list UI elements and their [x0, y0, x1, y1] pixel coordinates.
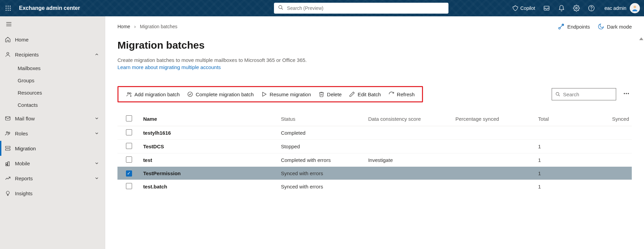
- row-synced: [595, 167, 632, 180]
- endpoints-link[interactable]: Endpoints: [558, 23, 590, 30]
- col-total[interactable]: Total: [535, 112, 595, 126]
- svg-point-1: [8, 6, 9, 7]
- more-options-button[interactable]: [621, 88, 632, 100]
- nav-groups[interactable]: Groups: [0, 74, 105, 86]
- nav-mobile[interactable]: Mobile: [0, 156, 105, 171]
- svg-point-19: [7, 52, 9, 54]
- col-name[interactable]: Name: [141, 112, 278, 126]
- table-row[interactable]: testylh1616Completed: [117, 126, 632, 140]
- chevron-down-icon: [93, 116, 100, 121]
- row-status: Synced with errors: [278, 167, 365, 180]
- shell-inbox-button[interactable]: [539, 0, 554, 16]
- nav-resources[interactable]: Resources: [0, 86, 105, 99]
- nav-migration[interactable]: Migration: [0, 141, 105, 156]
- account-button[interactable]: eac admin: [599, 0, 643, 16]
- svg-point-0: [6, 6, 7, 7]
- migration-batches-table: Name Status Data consistency score Perce…: [117, 112, 632, 193]
- row-checkbox[interactable]: [126, 143, 132, 149]
- row-total: [535, 126, 595, 140]
- edit-batch-button[interactable]: Edit Batch: [346, 90, 384, 99]
- svg-point-41: [626, 93, 627, 94]
- avatar-icon: [631, 4, 639, 12]
- svg-line-39: [558, 95, 560, 96]
- global-search: [274, 3, 448, 14]
- notifications-button[interactable]: [554, 0, 569, 16]
- svg-rect-23: [5, 146, 10, 148]
- table-row[interactable]: TestDCSStopped1: [117, 140, 632, 153]
- nav-mail-flow[interactable]: Mail flow: [0, 111, 105, 126]
- svg-rect-20: [5, 117, 10, 120]
- nav-insights[interactable]: Insights: [0, 186, 105, 201]
- row-dcs: Investigate: [365, 153, 453, 167]
- col-synced[interactable]: Synced: [595, 112, 632, 126]
- svg-point-40: [624, 93, 625, 94]
- table-row[interactable]: TestPermissionSynced with errors1: [117, 167, 632, 180]
- complete-migration-batch-button[interactable]: Complete migration batch: [184, 90, 257, 99]
- help-button[interactable]: [584, 0, 599, 16]
- col-dcs[interactable]: Data consistency score: [365, 112, 453, 126]
- table-row[interactable]: testCompleted with errorsInvestigate1: [117, 153, 632, 167]
- row-checkbox[interactable]: [126, 170, 132, 177]
- gear-icon: [573, 5, 580, 12]
- svg-point-4: [8, 8, 9, 9]
- nav-contacts[interactable]: Contacts: [0, 99, 105, 111]
- add-migration-batch-button[interactable]: Add migration batch: [123, 90, 183, 99]
- row-synced: [595, 126, 632, 140]
- row-synced: [595, 180, 632, 193]
- col-pct[interactable]: Percentage synced: [453, 112, 535, 126]
- global-search-input[interactable]: [274, 3, 448, 14]
- nav-roles[interactable]: Roles: [0, 126, 105, 141]
- table-search-input[interactable]: [560, 92, 612, 97]
- row-dcs: [365, 180, 453, 193]
- chevron-down-icon: [93, 131, 100, 136]
- mail-icon: [5, 115, 15, 121]
- nav-home[interactable]: Home: [0, 32, 105, 47]
- roles-icon: [5, 130, 15, 136]
- col-status[interactable]: Status: [278, 112, 365, 126]
- endpoints-icon: [558, 23, 565, 30]
- row-pct: [453, 126, 535, 140]
- row-synced: [595, 140, 632, 153]
- mobile-icon: [5, 160, 15, 166]
- command-bar: Add migration batch Complete migration b…: [117, 86, 423, 102]
- delete-button[interactable]: Delete: [315, 90, 345, 99]
- nav-mailboxes-label: Mailboxes: [18, 65, 41, 71]
- learn-more-link[interactable]: Learn more about migrating multiple acco…: [117, 64, 221, 70]
- row-status: Completed with errors: [278, 153, 365, 167]
- refresh-icon: [388, 91, 394, 97]
- row-pct: [453, 167, 535, 180]
- copilot-label: Copilot: [520, 5, 535, 11]
- refresh-button[interactable]: Refresh: [385, 90, 418, 99]
- nav-collapse-button[interactable]: [0, 16, 105, 32]
- settings-button[interactable]: [569, 0, 584, 16]
- search-icon: [555, 92, 560, 97]
- resume-migration-button[interactable]: Resume migration: [258, 90, 314, 99]
- search-icon: [278, 5, 283, 12]
- row-checkbox[interactable]: [126, 183, 132, 189]
- nav-recipients[interactable]: Recipients: [0, 47, 105, 62]
- page-title: Migration batches: [117, 39, 632, 51]
- copilot-button[interactable]: Copilot: [508, 0, 539, 16]
- nav-reports[interactable]: Reports: [0, 171, 105, 186]
- select-all-checkbox[interactable]: [126, 115, 132, 121]
- breadcrumb-home[interactable]: Home: [117, 24, 130, 29]
- row-name: TestDCS: [141, 140, 278, 153]
- row-dcs: [365, 167, 453, 180]
- reports-icon: [5, 175, 15, 181]
- row-checkbox[interactable]: [126, 156, 132, 163]
- dark-mode-toggle[interactable]: Dark mode: [597, 23, 632, 30]
- app-launcher-button[interactable]: [0, 5, 16, 11]
- chevron-down-icon: [93, 161, 100, 166]
- svg-point-7: [8, 10, 9, 11]
- svg-rect-24: [5, 149, 10, 151]
- row-checkbox[interactable]: [126, 129, 132, 135]
- table-row[interactable]: test.batchSynced with errors1: [117, 180, 632, 193]
- add-migration-batch-label: Add migration batch: [134, 92, 180, 97]
- svg-point-9: [279, 5, 282, 9]
- nav-reports-label: Reports: [15, 176, 93, 181]
- row-total: 1: [535, 140, 595, 153]
- nav-mailboxes[interactable]: Mailboxes: [0, 62, 105, 74]
- dark-mode-label: Dark mode: [607, 24, 632, 30]
- row-name: test: [141, 153, 278, 167]
- row-total: 1: [535, 167, 595, 180]
